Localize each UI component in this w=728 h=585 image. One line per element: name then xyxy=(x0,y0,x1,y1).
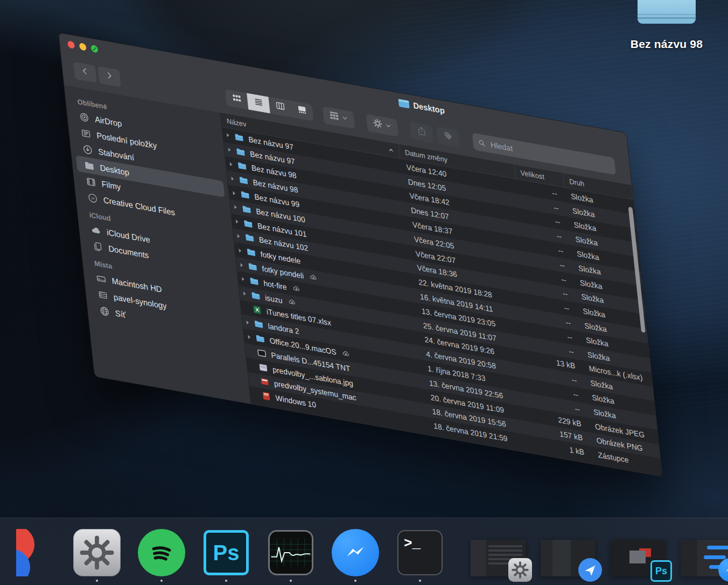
disclosure-spacer xyxy=(245,346,256,356)
gallery-view-button[interactable] xyxy=(290,101,314,121)
disclosure-triangle-icon[interactable] xyxy=(236,260,248,270)
hdd-icon xyxy=(95,272,107,285)
action-button[interactable] xyxy=(366,114,398,137)
disclosure-triangle-icon[interactable] xyxy=(224,145,235,155)
disclosure-triangle-icon[interactable] xyxy=(235,246,246,255)
minimized-mail-window[interactable] xyxy=(541,540,596,582)
icon-view-button[interactable] xyxy=(225,89,249,109)
disclosure-triangle-icon[interactable] xyxy=(244,332,255,342)
running-indicator xyxy=(225,580,227,582)
downloads-icon xyxy=(82,143,94,156)
dock-app-partial-app[interactable] xyxy=(8,528,57,582)
disclosure-triangle-icon[interactable] xyxy=(230,203,241,212)
disclosure-triangle-icon[interactable] xyxy=(242,318,254,328)
running-indicator xyxy=(290,580,292,582)
dock-app-photoshop[interactable]: Ps xyxy=(201,528,251,582)
tag-button[interactable] xyxy=(436,126,460,147)
cloud-download-icon xyxy=(290,283,302,294)
desktop-folder-bez-nazvu-98[interactable]: Bez názvu 98 xyxy=(614,0,719,51)
zoom-button[interactable] xyxy=(90,45,98,53)
folder-icon xyxy=(638,0,696,24)
running-indicator xyxy=(96,580,98,582)
share-icon xyxy=(416,125,427,140)
dock-app-spotify[interactable] xyxy=(137,528,186,582)
desktop-folder-label: Bez názvu 98 xyxy=(614,38,719,51)
activity-monitor-icon xyxy=(266,528,316,577)
messenger-bolt-icon xyxy=(718,558,728,582)
list-view-button[interactable] xyxy=(247,93,270,114)
disclosure-spacer xyxy=(247,361,258,371)
disclosure-triangle-icon[interactable] xyxy=(226,159,237,169)
disclosure-triangle-icon[interactable] xyxy=(222,131,234,141)
dock-app-system-preferences[interactable] xyxy=(72,528,122,582)
window-thumbnail xyxy=(541,540,596,576)
close-button[interactable] xyxy=(67,40,75,49)
minimized-system-preferences-window[interactable] xyxy=(471,540,526,582)
gear-icon xyxy=(372,117,383,132)
gear-icon xyxy=(508,558,532,582)
photoshop-badge: Ps xyxy=(650,560,672,582)
folder-icon xyxy=(250,290,262,302)
network-icon xyxy=(99,304,110,317)
icloud-icon xyxy=(90,224,102,236)
terminal-icon: >_ xyxy=(395,528,445,577)
folder-icon xyxy=(248,275,261,287)
chevron-left-icon xyxy=(80,66,90,79)
photoshop-icon: Ps xyxy=(201,528,251,577)
sidebar-item-label: Filmy xyxy=(101,179,121,192)
cloud-download-icon xyxy=(340,349,352,359)
sort-ascending-icon xyxy=(387,145,395,155)
column-view-icon xyxy=(275,100,285,114)
folder-icon xyxy=(239,189,251,201)
minimize-button[interactable] xyxy=(79,43,87,51)
folder-icon xyxy=(237,175,250,186)
system-preferences-badge xyxy=(508,558,532,582)
folder-gray-icon xyxy=(83,159,95,172)
window-thumbnail xyxy=(471,540,526,576)
folder-icon xyxy=(253,318,265,330)
cloud-download-icon xyxy=(307,272,319,283)
window-thumbnail: Ps xyxy=(611,540,666,576)
disclosure-triangle-icon[interactable] xyxy=(239,289,250,298)
sidebar-item-label: Desktop xyxy=(100,163,130,177)
minimized-messenger-window[interactable] xyxy=(681,540,728,582)
column-header-label: Velikost xyxy=(520,169,545,181)
share-button[interactable] xyxy=(409,122,433,143)
disclosure-triangle-icon[interactable] xyxy=(232,217,243,227)
folder-icon xyxy=(243,232,256,244)
minimized-photoshop-window[interactable]: Ps xyxy=(611,540,666,582)
disclosure-triangle-icon[interactable] xyxy=(233,232,244,241)
running-indicator xyxy=(419,580,421,582)
chevron-right-icon xyxy=(104,70,115,83)
folder-icon xyxy=(245,247,257,259)
disclosure-triangle-icon[interactable] xyxy=(227,174,239,184)
dock-app-activity-monitor[interactable] xyxy=(266,528,316,582)
column-view-button[interactable] xyxy=(268,97,292,117)
disclosure-spacer xyxy=(241,303,252,313)
sidebar-item-label: AirDrop xyxy=(94,114,122,128)
file-name: isuzu xyxy=(264,293,283,305)
messenger-badge xyxy=(718,558,728,582)
search-icon xyxy=(477,138,486,148)
dock-app-messenger[interactable] xyxy=(331,528,380,582)
group-button[interactable] xyxy=(323,106,355,129)
folder-icon xyxy=(242,218,255,229)
sidebar-item-label: Síť xyxy=(115,308,126,319)
disclosure-triangle-icon[interactable] xyxy=(237,275,249,284)
creative-cloud-icon: ∞ xyxy=(87,191,99,204)
dock-app-terminal[interactable]: >_ xyxy=(395,528,445,582)
excel-icon xyxy=(251,304,263,316)
spark-badge xyxy=(578,558,602,582)
photoshop-badge-label: Ps xyxy=(650,560,672,582)
folder-icon xyxy=(236,160,248,172)
paper-plane-icon xyxy=(578,558,602,582)
back-button[interactable] xyxy=(73,62,97,83)
forward-button[interactable] xyxy=(97,66,121,87)
disclosure-triangle-icon[interactable] xyxy=(229,188,240,198)
terminal-prompt-label: >_ xyxy=(404,535,421,552)
column-header-label: Druh xyxy=(569,177,584,188)
list-view-icon xyxy=(253,96,264,110)
disclosure-spacer xyxy=(250,389,261,399)
folder-icon xyxy=(235,146,247,158)
tag-icon xyxy=(442,130,453,144)
